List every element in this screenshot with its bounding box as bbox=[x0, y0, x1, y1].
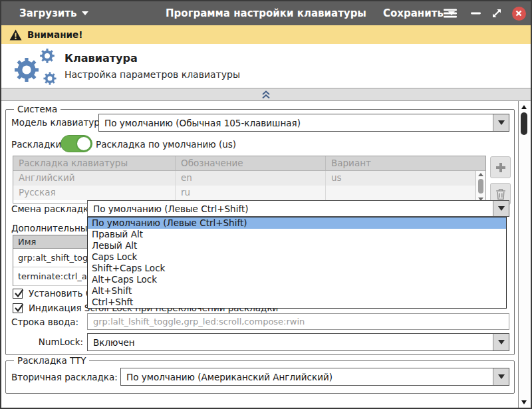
layout-switch-combobox[interactable]: По умолчанию (Левые Ctrl+Shift) bbox=[87, 200, 509, 217]
secondary-layout-combobox[interactable]: По умолчанию (Американский Английский) bbox=[120, 368, 509, 386]
system-group: Система Модель клавиатуры: По умолчанию … bbox=[5, 109, 515, 355]
layouts-table: Раскладка клавиатуры Обозначение Вариант… bbox=[13, 156, 486, 204]
input-string-label: Строка ввода: bbox=[11, 317, 78, 327]
layouts-toggle-text: Раскладка по умолчанию (us) bbox=[96, 139, 236, 150]
scroll-down-button[interactable] bbox=[519, 398, 529, 406]
extra-options-label: Дополнительные о bbox=[11, 223, 90, 233]
cell-layout: Русская bbox=[13, 186, 176, 200]
check-icon bbox=[13, 302, 25, 314]
system-group-legend: Система bbox=[14, 104, 61, 114]
dropdown-options: По умолчанию (Левые Ctrl+Shift) Правый A… bbox=[88, 217, 506, 308]
keyboard-model-combobox[interactable]: По умолчанию (Обычная 105-клавишная) bbox=[98, 114, 509, 132]
titlebar: Загрузить Программа настройки клавиатуры… bbox=[1, 1, 531, 25]
keyboard-settings-window: Загрузить Программа настройки клавиатуры… bbox=[0, 0, 532, 409]
collapse-header-bar[interactable] bbox=[1, 88, 531, 101]
warning-text: Внимание! bbox=[27, 29, 82, 40]
add-layout-button[interactable] bbox=[490, 156, 511, 178]
plus-icon bbox=[495, 162, 506, 173]
tty-group-legend: Раскладка TTY bbox=[14, 355, 89, 366]
column-header-code: Обозначение bbox=[176, 156, 326, 170]
tty-group: Раскладка TTY Вторичная раскладка: По ум… bbox=[5, 360, 515, 394]
layouts-toggle[interactable] bbox=[61, 135, 92, 152]
keyboard-model-value: По умолчанию (Обычная 105-клавишная) bbox=[99, 114, 493, 131]
resize-icon bbox=[491, 7, 503, 19]
close-button[interactable] bbox=[509, 1, 528, 25]
scroll-up-button[interactable] bbox=[519, 102, 529, 111]
dropdown-option[interactable]: Ctrl+Shft bbox=[88, 297, 506, 308]
dropdown-option[interactable]: Левый Alt bbox=[88, 240, 506, 251]
cell-variant: us bbox=[326, 171, 485, 186]
window-title-text: Программа настройки клавиатуры bbox=[166, 7, 366, 19]
triangle-down-icon bbox=[498, 206, 505, 211]
column-header-variant: Вариант bbox=[326, 156, 485, 170]
layout-switch-label: Смена раскладки: bbox=[11, 204, 97, 214]
cell-code: en bbox=[176, 171, 326, 186]
dropdown-button[interactable] bbox=[493, 201, 509, 216]
page-title: Клавиатура bbox=[65, 52, 138, 65]
scrollbar-thumb[interactable] bbox=[521, 112, 527, 135]
dropdown-option[interactable]: Shift+Caps Lock bbox=[88, 263, 506, 274]
secondary-layout-value: По умолчанию (Американский Английский) bbox=[121, 368, 493, 385]
layouts-table-scrollbar bbox=[475, 171, 485, 203]
chevron-up-double-icon bbox=[261, 90, 271, 99]
minimize-button[interactable] bbox=[467, 1, 484, 25]
main-scrollbar[interactable] bbox=[518, 101, 529, 408]
scroll-up-icon bbox=[476, 171, 485, 178]
table-row: Английский en us bbox=[13, 171, 485, 186]
check-icon bbox=[13, 287, 25, 299]
minimize-icon bbox=[471, 12, 481, 15]
input-string-field[interactable]: grp:lalt_lshift_toggle,grp_led:scroll,co… bbox=[87, 313, 509, 330]
cell-layout: Английский bbox=[13, 171, 176, 186]
layouts-table-header: Раскладка клавиатуры Обозначение Вариант bbox=[13, 156, 485, 171]
scrolllock-checkbox[interactable] bbox=[13, 303, 23, 313]
numlock-value: Включен bbox=[88, 334, 493, 350]
triangle-down-icon bbox=[521, 400, 527, 404]
save-menu-label: Сохранить bbox=[383, 7, 444, 19]
layout-switch-value: По умолчанию (Левые Ctrl+Shift) bbox=[88, 201, 493, 216]
column-header-layout: Раскладка клавиатуры bbox=[13, 156, 176, 170]
numlock-label: NumLock: bbox=[11, 337, 83, 347]
warning-banner: Внимание! bbox=[1, 25, 531, 44]
close-icon bbox=[512, 7, 526, 21]
triangle-down-icon bbox=[498, 374, 505, 379]
numlock-combobox[interactable]: Включен bbox=[87, 333, 509, 351]
page-header: Клавиатура Настройка параметров клавиату… bbox=[1, 44, 531, 88]
cell-code: ru bbox=[176, 186, 326, 200]
toggle-knob bbox=[76, 136, 92, 152]
keyboard-gears-icon bbox=[8, 47, 63, 86]
layouts-label: Раскладки: bbox=[11, 139, 65, 150]
layout-switch-dropdown: По умолчанию (Левые Ctrl+Shift) Правый A… bbox=[87, 217, 507, 309]
triangle-down-icon bbox=[498, 340, 505, 344]
dropdown-button[interactable] bbox=[493, 368, 509, 385]
keyboard-model-label: Модель клавиатуры: bbox=[11, 117, 110, 128]
dropdown-option[interactable]: Alt+Shift bbox=[88, 285, 506, 297]
dropdown-option[interactable]: По умолчанию (Левые Ctrl+Shift) bbox=[88, 217, 506, 229]
triangle-down-icon bbox=[498, 120, 505, 125]
secondary-layout-label: Вторичная раскладка: bbox=[11, 372, 118, 382]
dropdown-button[interactable] bbox=[493, 114, 509, 131]
warning-icon bbox=[9, 29, 22, 41]
compose-checkbox-row: Установить Co bbox=[13, 288, 97, 299]
page-subtitle: Настройка параметров клавиатуры bbox=[65, 69, 240, 80]
layouts-table-body: Английский en us Русская ru bbox=[13, 171, 485, 200]
dropdown-button[interactable] bbox=[493, 334, 509, 350]
hamburger-icon bbox=[444, 9, 457, 18]
table-row: Русская ru bbox=[13, 186, 485, 200]
dropdown-option[interactable]: Caps Lock bbox=[88, 251, 506, 263]
dropdown-option[interactable]: Правый Alt bbox=[88, 229, 506, 240]
cell-variant bbox=[326, 186, 485, 200]
compose-checkbox[interactable] bbox=[13, 289, 23, 299]
scrollbar-thumb bbox=[478, 179, 483, 194]
trash-icon bbox=[495, 188, 506, 200]
dropdown-option[interactable]: Alt+Caps Lock bbox=[88, 274, 506, 285]
main-menu-button[interactable] bbox=[442, 1, 459, 25]
triangle-up-icon bbox=[521, 105, 527, 109]
maximize-button[interactable] bbox=[488, 1, 505, 25]
